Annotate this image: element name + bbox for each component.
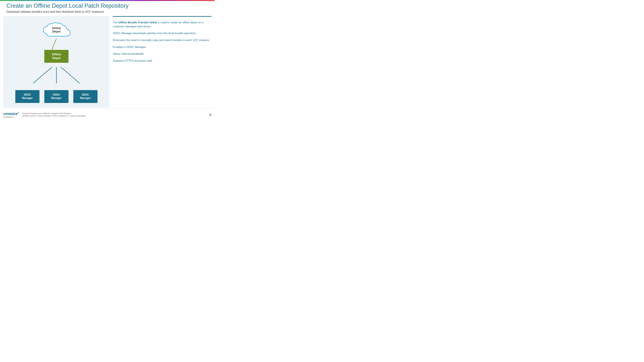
cloud-container: Online Depot	[40, 21, 72, 42]
bullet-6: Supports HTTPS and basic auth	[113, 59, 212, 63]
vmware-text: vmware®	[3, 112, 19, 116]
top-gradient-bar	[0, 0, 215, 1]
bullet-3: Eliminates the need to manually copy and…	[113, 38, 212, 42]
offline-depot-box: Offline Depot	[44, 50, 68, 63]
footer-legal: Broadcom Proprietary and Confidential. C…	[22, 112, 209, 117]
bullet-4: Enabled in SDDC Manager	[113, 45, 212, 49]
legal-line-1: Broadcom Proprietary and Confidential. C…	[22, 112, 209, 115]
footer: vmware® by Broadcom Broadcom Proprietary…	[0, 109, 215, 121]
sddc-box-3: SDDC Manager	[73, 90, 98, 103]
slide-title: Create an Offline Depot Local Patch Repo…	[6, 2, 208, 9]
bullet-list: The Offline Bundle Transfer Utility is u…	[113, 20, 212, 63]
header: Create an Offline Depot Local Patch Repo…	[6, 2, 208, 13]
page-number: 12	[209, 113, 212, 116]
bullet-2: SDDC Manager downloads patches from this…	[113, 31, 212, 35]
sddc-box-2: SDDC Manager	[44, 90, 68, 103]
diagram-area: Online Depot Offline Depot SDDC Manager …	[3, 16, 110, 108]
bullet-1: The Offline Bundle Transfer Utility is u…	[113, 20, 212, 28]
legal-line-2: All Rights Reserved. The term "Broadcom"…	[22, 115, 209, 117]
vmware-logo: vmware® by Broadcom	[3, 112, 19, 118]
by-broadcom-label: by Broadcom	[3, 116, 19, 118]
bullet-5: Saves Internet bandwidth	[113, 52, 212, 56]
sddc-row: SDDC Manager SDDC Manager SDDC Manager	[3, 90, 110, 103]
slide-subtitle: Download software bundles once and then …	[6, 10, 208, 13]
right-panel: The Offline Bundle Transfer Utility is u…	[113, 16, 212, 108]
right-accent-bar	[113, 16, 212, 17]
cloud-label: Online Depot	[52, 26, 61, 33]
sddc-box-1: SDDC Manager	[15, 90, 40, 103]
